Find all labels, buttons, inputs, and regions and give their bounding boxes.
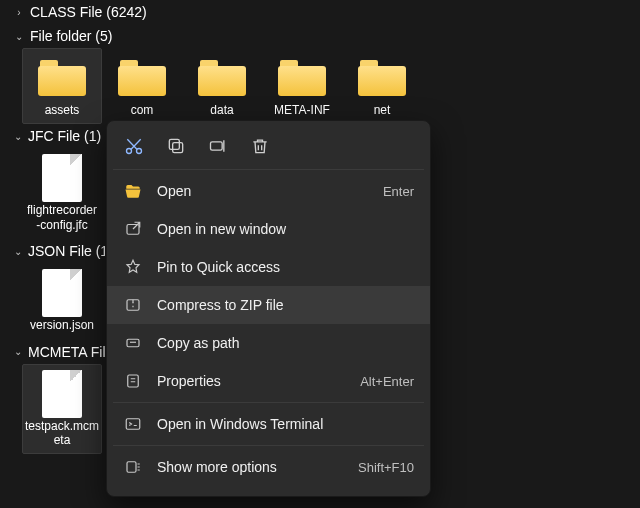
folder-label: META-INF bbox=[274, 103, 330, 117]
file-icon bbox=[32, 268, 92, 318]
folder-items-row: assets com data META-INF net bbox=[0, 48, 640, 124]
svg-rect-7 bbox=[127, 339, 139, 347]
group-header-json-file[interactable]: ⌄ JSON File (1) bbox=[0, 239, 105, 263]
menu-item-properties[interactable]: Properties Alt+Enter bbox=[107, 362, 430, 400]
svg-rect-8 bbox=[128, 375, 139, 387]
folder-item-net[interactable]: net bbox=[342, 48, 422, 124]
terminal-icon bbox=[123, 414, 143, 434]
menu-separator bbox=[113, 169, 424, 170]
group-label: File folder (5) bbox=[30, 28, 112, 44]
copy-path-icon bbox=[123, 333, 143, 353]
menu-separator bbox=[113, 402, 424, 403]
more-options-icon bbox=[123, 457, 143, 477]
folder-label: com bbox=[131, 103, 154, 117]
svg-rect-2 bbox=[173, 143, 183, 153]
menu-shortcut: Shift+F10 bbox=[358, 460, 414, 475]
svg-point-1 bbox=[137, 149, 142, 154]
folder-item-com[interactable]: com bbox=[102, 48, 182, 124]
svg-rect-3 bbox=[169, 139, 179, 149]
folder-icon bbox=[192, 53, 252, 103]
file-item-flightrecorder[interactable]: flightrecorder-config.jfc bbox=[22, 148, 102, 239]
zip-icon bbox=[123, 295, 143, 315]
cut-icon[interactable] bbox=[123, 135, 145, 157]
file-label: flightrecorder-config.jfc bbox=[25, 203, 99, 232]
menu-shortcut: Enter bbox=[383, 184, 414, 199]
menu-item-show-more-options[interactable]: Show more options Shift+F10 bbox=[107, 448, 430, 486]
menu-label: Show more options bbox=[157, 459, 277, 475]
copy-icon[interactable] bbox=[165, 135, 187, 157]
chevron-down-icon: ⌄ bbox=[14, 346, 22, 357]
chevron-right-icon: › bbox=[14, 7, 24, 18]
star-icon bbox=[123, 257, 143, 277]
group-header-mcmeta[interactable]: ⌄ MCMETA File (1) bbox=[0, 340, 105, 364]
menu-label: Compress to ZIP file bbox=[157, 297, 284, 313]
menu-label: Pin to Quick access bbox=[157, 259, 280, 275]
menu-shortcut: Alt+Enter bbox=[360, 374, 414, 389]
menu-separator bbox=[113, 445, 424, 446]
rename-icon[interactable] bbox=[207, 135, 229, 157]
menu-item-compress-zip[interactable]: Compress to ZIP file bbox=[107, 286, 430, 324]
svg-point-0 bbox=[127, 149, 132, 154]
svg-rect-4 bbox=[211, 142, 223, 150]
context-menu-top-actions bbox=[107, 129, 430, 167]
file-item-version-json[interactable]: version.json bbox=[22, 263, 102, 339]
menu-item-open-new-window[interactable]: Open in new window bbox=[107, 210, 430, 248]
file-item-testpack-mcmeta[interactable]: testpack.mcmeta bbox=[22, 364, 102, 455]
menu-label: Properties bbox=[157, 373, 221, 389]
properties-icon bbox=[123, 371, 143, 391]
file-label: testpack.mcmeta bbox=[25, 419, 99, 448]
menu-item-pin-quick-access[interactable]: Pin to Quick access bbox=[107, 248, 430, 286]
menu-item-windows-terminal[interactable]: Open in Windows Terminal bbox=[107, 405, 430, 443]
group-label: MCMETA File (1) bbox=[28, 344, 105, 360]
svg-rect-5 bbox=[127, 225, 139, 235]
menu-label: Copy as path bbox=[157, 335, 240, 351]
menu-item-open[interactable]: Open Enter bbox=[107, 172, 430, 210]
folder-item-assets[interactable]: assets bbox=[22, 48, 102, 124]
delete-icon[interactable] bbox=[249, 135, 271, 157]
folder-item-meta-inf[interactable]: META-INF bbox=[262, 48, 342, 124]
chevron-down-icon: ⌄ bbox=[14, 246, 22, 257]
group-label: JFC File (1) bbox=[28, 128, 101, 144]
new-window-icon bbox=[123, 219, 143, 239]
group-header-file-folder[interactable]: ⌄ File folder (5) bbox=[0, 24, 640, 48]
menu-label: Open in new window bbox=[157, 221, 286, 237]
menu-label: Open bbox=[157, 183, 191, 199]
chevron-down-icon: ⌄ bbox=[14, 131, 22, 142]
context-menu: Open Enter Open in new window Pin to Qui… bbox=[106, 120, 431, 497]
group-header-jfc-file[interactable]: ⌄ JFC File (1) bbox=[0, 124, 105, 148]
file-icon bbox=[32, 153, 92, 203]
folder-icon bbox=[352, 53, 412, 103]
folder-open-icon bbox=[123, 181, 143, 201]
folder-label: net bbox=[374, 103, 391, 117]
svg-rect-10 bbox=[127, 462, 136, 473]
svg-rect-9 bbox=[126, 419, 140, 430]
group-label: JSON File (1) bbox=[28, 243, 105, 259]
file-icon bbox=[32, 369, 92, 419]
folder-icon bbox=[272, 53, 332, 103]
chevron-down-icon: ⌄ bbox=[14, 31, 24, 42]
folder-icon bbox=[32, 53, 92, 103]
menu-label: Open in Windows Terminal bbox=[157, 416, 323, 432]
folder-label: data bbox=[210, 103, 233, 117]
folder-label: assets bbox=[45, 103, 80, 117]
folder-icon bbox=[112, 53, 172, 103]
group-header-class-file[interactable]: › CLASS File (6242) bbox=[0, 0, 640, 24]
folder-item-data[interactable]: data bbox=[182, 48, 262, 124]
group-label: CLASS File (6242) bbox=[30, 4, 147, 20]
menu-item-copy-path[interactable]: Copy as path bbox=[107, 324, 430, 362]
file-label: version.json bbox=[30, 318, 94, 332]
